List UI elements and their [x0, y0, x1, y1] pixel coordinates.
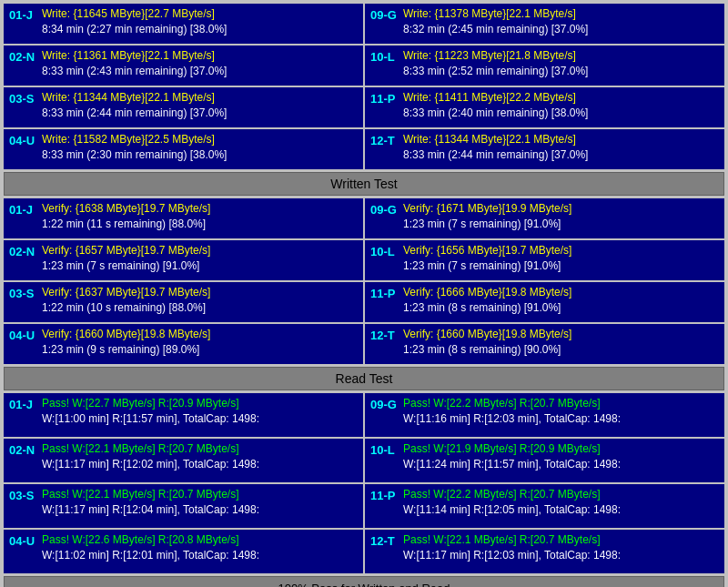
cell-line1-04U-pass: Pass! W:[22.6 MByte/s] R:[20.8 MByte/s] [42, 532, 358, 548]
cell-label-10L-pass: 10-L [370, 441, 398, 457]
cell-content-03S-write: Write: {11344 MByte}[22.1 MByte/s] 8:33 … [42, 90, 358, 121]
written-test-grid: 01-J Write: {11645 MByte}[22.7 MByte/s] … [4, 4, 724, 169]
cell-line2-02N-verify: 1:23 min (7 s remaining) [91.0%] [42, 258, 358, 274]
cell-line1-01J-pass: Pass! W:[22.7 MByte/s] R:[20.9 MByte/s] [42, 396, 358, 411]
cell-09G-verify: 09-G Verify: {1671 MByte}[19.9 MByte/s] … [365, 198, 724, 238]
cell-label-09G-pass: 09-G [370, 396, 398, 411]
cell-line2-09G-pass: W:[11:16 min] R:[12:03 min], TotalCap: 1… [403, 411, 719, 427]
cell-01J-verify: 01-J Verify: {1638 MByte}[19.7 MByte/s] … [4, 198, 363, 238]
cell-11P-write: 11-P Write: {11411 MByte}[22.2 MByte/s] … [365, 87, 724, 127]
cell-line1-12T-write: Write: {11344 MByte}[22.1 MByte/s] [403, 132, 719, 147]
cell-label-09G-verify: 09-G [370, 201, 398, 217]
cell-line2-04U-verify: 1:23 min (9 s remaining) [89.0%] [42, 342, 358, 358]
cell-content-10L-write: Write: {11223 MByte}[21.8 MByte/s] 8:33 … [403, 48, 719, 79]
cell-label-01J-write: 01-J [9, 6, 36, 22]
cell-label-03S-verify: 03-S [9, 285, 36, 300]
cell-09G-write: 09-G Write: {11378 MByte}[22.1 MByte/s] … [365, 4, 724, 44]
cell-line2-11P-pass: W:[11:14 min] R:[12:05 min], TotalCap: 1… [403, 502, 719, 518]
cell-content-03S-pass: Pass! W:[22.1 MByte/s] R:[20.7 MByte/s] … [42, 487, 358, 518]
cell-line1-10L-write: Write: {11223 MByte}[21.8 MByte/s] [403, 48, 719, 64]
cell-line2-03S-write: 8:33 min (2:44 min remaining) [37.0%] [42, 106, 358, 121]
cell-label-02N-verify: 02-N [9, 243, 36, 258]
cell-line2-02N-pass: W:[11:17 min] R:[12:02 min], TotalCap: 1… [42, 457, 358, 472]
cell-label-01J-verify: 01-J [9, 201, 36, 217]
cell-03S-write: 03-S Write: {11344 MByte}[22.1 MByte/s] … [4, 87, 363, 127]
cell-content-04U-verify: Verify: {1660 MByte}[19.8 MByte/s] 1:23 … [42, 327, 358, 358]
cell-content-12T-pass: Pass! W:[22.1 MByte/s] R:[20.7 MByte/s] … [403, 532, 719, 563]
cell-line1-02N-pass: Pass! W:[22.1 MByte/s] R:[20.7 MByte/s] [42, 441, 358, 457]
cell-line2-04U-write: 8:33 min (2:30 min remaining) [38.0%] [42, 147, 358, 163]
cell-label-03S-pass: 03-S [9, 487, 36, 502]
cell-content-02N-verify: Verify: {1657 MByte}[19.7 MByte/s] 1:23 … [42, 243, 358, 274]
cell-04U-verify: 04-U Verify: {1660 MByte}[19.8 MByte/s] … [4, 324, 363, 364]
cell-label-10L-write: 10-L [370, 48, 398, 64]
cell-line1-01J-verify: Verify: {1638 MByte}[19.7 MByte/s] [42, 201, 358, 217]
cell-content-04U-write: Write: {11582 MByte}[22.5 MByte/s] 8:33 … [42, 132, 358, 163]
cell-line1-12T-verify: Verify: {1660 MByte}[19.8 MByte/s] [403, 327, 719, 342]
cell-line2-09G-verify: 1:23 min (7 s remaining) [91.0%] [403, 217, 719, 232]
cell-content-11P-pass: Pass! W:[22.2 MByte/s] R:[20.7 MByte/s] … [403, 487, 719, 518]
cell-line2-01J-pass: W:[11:00 min] R:[11:57 min], TotalCap: 1… [42, 411, 358, 427]
cell-label-12T-verify: 12-T [370, 327, 398, 342]
cell-01J-write: 01-J Write: {11645 MByte}[22.7 MByte/s] … [4, 4, 363, 44]
cell-content-11P-verify: Verify: {1666 MByte}[19.8 MByte/s] 1:23 … [403, 285, 719, 316]
cell-label-10L-verify: 10-L [370, 243, 398, 258]
verify-test-grid: 01-J Verify: {1638 MByte}[19.7 MByte/s] … [4, 198, 724, 364]
cell-label-09G-write: 09-G [370, 6, 398, 22]
cell-label-12T-write: 12-T [370, 132, 398, 147]
cell-line1-12T-pass: Pass! W:[22.1 MByte/s] R:[20.7 MByte/s] [403, 532, 719, 548]
cell-09G-pass: 09-G Pass! W:[22.2 MByte/s] R:[20.7 MByt… [365, 393, 724, 437]
cell-content-02N-write: Write: {11361 MByte}[22.1 MByte/s] 8:33 … [42, 48, 358, 79]
cell-label-11P-pass: 11-P [370, 487, 398, 502]
cell-12T-write: 12-T Write: {11344 MByte}[22.1 MByte/s] … [365, 129, 724, 169]
read-test-section: 01-J Pass! W:[22.7 MByte/s] R:[20.9 MByt… [4, 393, 724, 573]
cell-content-11P-write: Write: {11411 MByte}[22.2 MByte/s] 8:33 … [403, 90, 719, 121]
cell-line2-10L-pass: W:[11:24 min] R:[11:57 min], TotalCap: 1… [403, 457, 719, 472]
cell-line2-03S-pass: W:[11:17 min] R:[12:04 min], TotalCap: 1… [42, 502, 358, 518]
cell-12T-pass: 12-T Pass! W:[22.1 MByte/s] R:[20.7 MByt… [365, 530, 724, 573]
cell-line2-03S-verify: 1:22 min (10 s remaining) [88.0%] [42, 300, 358, 316]
cell-line1-03S-write: Write: {11344 MByte}[22.1 MByte/s] [42, 90, 358, 106]
read-test-grid: 01-J Pass! W:[22.7 MByte/s] R:[20.9 MByt… [4, 393, 724, 573]
cell-content-12T-verify: Verify: {1660 MByte}[19.8 MByte/s] 1:23 … [403, 327, 719, 358]
cell-line1-10L-pass: Pass! W:[21.9 MByte/s] R:[20.9 MByte/s] [403, 441, 719, 457]
cell-label-04U-write: 04-U [9, 132, 36, 147]
cell-content-04U-pass: Pass! W:[22.6 MByte/s] R:[20.8 MByte/s] … [42, 532, 358, 563]
cell-02N-write: 02-N Write: {11361 MByte}[22.1 MByte/s] … [4, 46, 363, 86]
cell-03S-verify: 03-S Verify: {1637 MByte}[19.7 MByte/s] … [4, 282, 363, 322]
cell-10L-pass: 10-L Pass! W:[21.9 MByte/s] R:[20.9 MByt… [365, 439, 724, 482]
cell-content-09G-write: Write: {11378 MByte}[22.1 MByte/s] 8:32 … [403, 6, 719, 37]
written-test-section: 01-J Write: {11645 MByte}[22.7 MByte/s] … [4, 4, 724, 196]
cell-label-01J-pass: 01-J [9, 396, 36, 411]
cell-line1-11P-write: Write: {11411 MByte}[22.2 MByte/s] [403, 90, 719, 106]
cell-line1-09G-pass: Pass! W:[22.2 MByte/s] R:[20.7 MByte/s] [403, 396, 719, 411]
written-test-header: Written Test [4, 172, 724, 196]
cell-02N-pass: 02-N Pass! W:[22.1 MByte/s] R:[20.7 MByt… [4, 439, 363, 482]
cell-line1-02N-write: Write: {11361 MByte}[22.1 MByte/s] [42, 48, 358, 64]
cell-line2-12T-verify: 1:23 min (8 s remaining) [90.0%] [403, 342, 719, 358]
cell-label-11P-write: 11-P [370, 90, 398, 106]
cell-line2-04U-pass: W:[11:02 min] R:[12:01 min], TotalCap: 1… [42, 548, 358, 563]
cell-12T-verify: 12-T Verify: {1660 MByte}[19.8 MByte/s] … [365, 324, 724, 364]
cell-line2-09G-write: 8:32 min (2:45 min remaining) [37.0%] [403, 22, 719, 37]
cell-content-02N-pass: Pass! W:[22.1 MByte/s] R:[20.7 MByte/s] … [42, 441, 358, 472]
cell-label-02N-write: 02-N [9, 48, 36, 64]
cell-line1-11P-pass: Pass! W:[22.2 MByte/s] R:[20.7 MByte/s] [403, 487, 719, 502]
cell-line1-10L-verify: Verify: {1656 MByte}[19.7 MByte/s] [403, 243, 719, 258]
cell-label-04U-pass: 04-U [9, 532, 36, 548]
cell-line2-10L-write: 8:33 min (2:52 min remaining) [37.0%] [403, 64, 719, 79]
cell-line2-12T-write: 8:33 min (2:44 min remaining) [37.0%] [403, 147, 719, 163]
footer-status: 100% Pass for Written and Read [4, 576, 724, 587]
cell-line2-11P-write: 8:33 min (2:40 min remaining) [38.0%] [403, 106, 719, 121]
cell-label-03S-write: 03-S [9, 90, 36, 106]
cell-line2-01J-verify: 1:22 min (11 s remaining) [88.0%] [42, 217, 358, 232]
cell-line1-04U-write: Write: {11582 MByte}[22.5 MByte/s] [42, 132, 358, 147]
cell-02N-verify: 02-N Verify: {1657 MByte}[19.7 MByte/s] … [4, 240, 363, 280]
cell-label-12T-pass: 12-T [370, 532, 398, 548]
cell-line2-02N-write: 8:33 min (2:43 min remaining) [37.0%] [42, 64, 358, 79]
cell-line1-03S-verify: Verify: {1637 MByte}[19.7 MByte/s] [42, 285, 358, 300]
cell-line1-03S-pass: Pass! W:[22.1 MByte/s] R:[20.7 MByte/s] [42, 487, 358, 502]
cell-03S-pass: 03-S Pass! W:[22.1 MByte/s] R:[20.7 MByt… [4, 484, 363, 528]
cell-04U-pass: 04-U Pass! W:[22.6 MByte/s] R:[20.8 MByt… [4, 530, 363, 573]
cell-line1-02N-verify: Verify: {1657 MByte}[19.7 MByte/s] [42, 243, 358, 258]
